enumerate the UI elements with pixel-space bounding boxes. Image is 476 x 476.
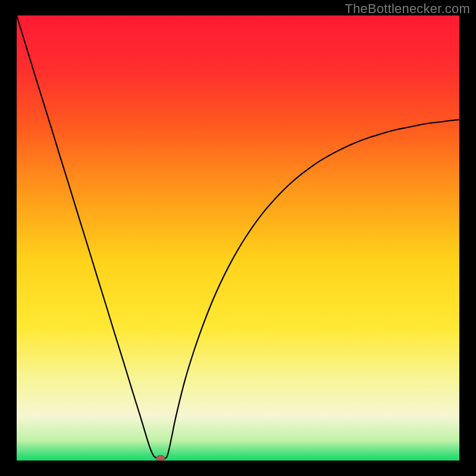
plot-area: [17, 15, 459, 461]
optimal-point-marker: [156, 455, 165, 461]
gradient-rect: [17, 15, 459, 461]
chart-svg: [17, 15, 459, 461]
chart-frame: TheBottlenecker.com: [0, 0, 476, 476]
attribution-label: TheBottlenecker.com: [345, 1, 470, 17]
